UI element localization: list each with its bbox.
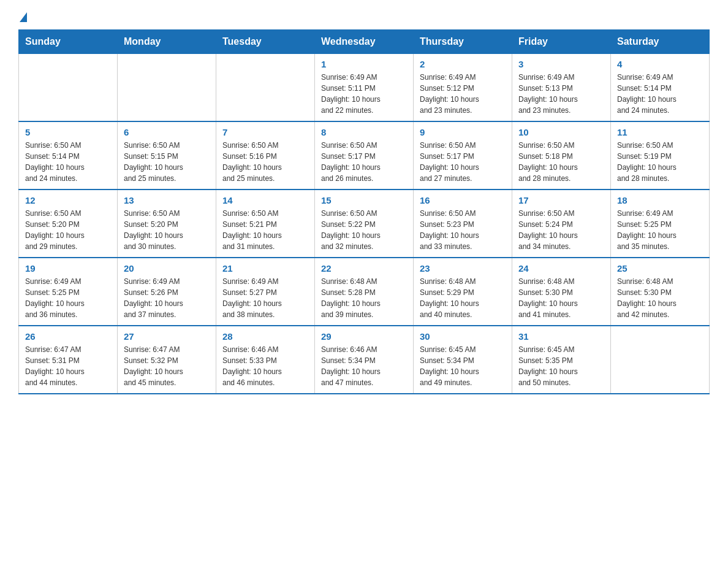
day-number: 3 — [518, 59, 604, 69]
calendar-cell: 5Sunrise: 6:50 AM Sunset: 5:14 PM Daylig… — [19, 121, 118, 190]
day-number: 11 — [617, 127, 703, 137]
calendar-week-row: 12Sunrise: 6:50 AM Sunset: 5:20 PM Dayli… — [19, 190, 710, 258]
day-info: Sunrise: 6:50 AM Sunset: 5:19 PM Dayligh… — [617, 140, 703, 184]
calendar-week-row: 5Sunrise: 6:50 AM Sunset: 5:14 PM Daylig… — [19, 121, 710, 190]
calendar-cell: 20Sunrise: 6:49 AM Sunset: 5:26 PM Dayli… — [118, 258, 216, 326]
day-info: Sunrise: 6:50 AM Sunset: 5:17 PM Dayligh… — [420, 140, 506, 184]
day-number: 24 — [518, 263, 604, 274]
calendar-cell: 22Sunrise: 6:48 AM Sunset: 5:28 PM Dayli… — [315, 258, 414, 326]
day-info: Sunrise: 6:50 AM Sunset: 5:22 PM Dayligh… — [321, 208, 407, 252]
day-info: Sunrise: 6:49 AM Sunset: 5:14 PM Dayligh… — [617, 72, 703, 116]
day-info: Sunrise: 6:49 AM Sunset: 5:25 PM Dayligh… — [25, 276, 111, 320]
column-header-tuesday: Tuesday — [216, 30, 315, 54]
calendar-cell: 16Sunrise: 6:50 AM Sunset: 5:23 PM Dayli… — [414, 190, 512, 258]
day-number: 4 — [617, 59, 703, 69]
day-info: Sunrise: 6:46 AM Sunset: 5:33 PM Dayligh… — [222, 344, 308, 388]
calendar-cell: 17Sunrise: 6:50 AM Sunset: 5:24 PM Dayli… — [512, 190, 611, 258]
calendar-cell: 21Sunrise: 6:49 AM Sunset: 5:27 PM Dayli… — [216, 258, 315, 326]
calendar-cell: 25Sunrise: 6:48 AM Sunset: 5:30 PM Dayli… — [611, 258, 710, 326]
column-header-wednesday: Wednesday — [315, 30, 414, 54]
calendar-cell: 15Sunrise: 6:50 AM Sunset: 5:22 PM Dayli… — [315, 190, 414, 258]
column-header-saturday: Saturday — [611, 30, 710, 54]
calendar-body: 1Sunrise: 6:49 AM Sunset: 5:11 PM Daylig… — [19, 54, 710, 394]
calendar-cell: 13Sunrise: 6:50 AM Sunset: 5:20 PM Dayli… — [118, 190, 216, 258]
day-number: 31 — [518, 331, 604, 342]
day-info: Sunrise: 6:50 AM Sunset: 5:16 PM Dayligh… — [222, 140, 308, 184]
day-number: 12 — [25, 195, 111, 205]
day-number: 21 — [222, 263, 308, 274]
day-info: Sunrise: 6:48 AM Sunset: 5:29 PM Dayligh… — [420, 276, 506, 320]
day-info: Sunrise: 6:50 AM Sunset: 5:18 PM Dayligh… — [518, 140, 604, 184]
calendar-cell: 2Sunrise: 6:49 AM Sunset: 5:12 PM Daylig… — [414, 54, 512, 122]
day-info: Sunrise: 6:48 AM Sunset: 5:28 PM Dayligh… — [321, 276, 407, 320]
day-number: 10 — [518, 127, 604, 137]
calendar-week-row: 1Sunrise: 6:49 AM Sunset: 5:11 PM Daylig… — [19, 54, 710, 122]
day-number: 19 — [25, 263, 111, 274]
day-info: Sunrise: 6:50 AM Sunset: 5:23 PM Dayligh… — [420, 208, 506, 252]
day-number: 13 — [124, 195, 210, 205]
day-info: Sunrise: 6:48 AM Sunset: 5:30 PM Dayligh… — [518, 276, 604, 320]
day-info: Sunrise: 6:47 AM Sunset: 5:32 PM Dayligh… — [124, 344, 210, 388]
calendar-cell: 29Sunrise: 6:46 AM Sunset: 5:34 PM Dayli… — [315, 326, 414, 394]
calendar-cell: 11Sunrise: 6:50 AM Sunset: 5:19 PM Dayli… — [611, 121, 710, 190]
day-info: Sunrise: 6:45 AM Sunset: 5:34 PM Dayligh… — [420, 344, 506, 388]
column-header-thursday: Thursday — [414, 30, 512, 54]
page-header — [18, 12, 710, 17]
day-info: Sunrise: 6:46 AM Sunset: 5:34 PM Dayligh… — [321, 344, 407, 388]
calendar-header-row: SundayMondayTuesdayWednesdayThursdayFrid… — [19, 30, 710, 54]
day-number: 15 — [321, 195, 407, 205]
calendar-cell: 8Sunrise: 6:50 AM Sunset: 5:17 PM Daylig… — [315, 121, 414, 190]
column-header-sunday: Sunday — [19, 30, 118, 54]
day-info: Sunrise: 6:49 AM Sunset: 5:25 PM Dayligh… — [617, 208, 703, 252]
calendar-cell: 10Sunrise: 6:50 AM Sunset: 5:18 PM Dayli… — [512, 121, 611, 190]
logo — [18, 12, 27, 17]
day-number: 2 — [420, 59, 506, 69]
day-info: Sunrise: 6:47 AM Sunset: 5:31 PM Dayligh… — [25, 344, 111, 388]
day-number: 8 — [321, 127, 407, 137]
day-number: 18 — [617, 195, 703, 205]
day-info: Sunrise: 6:50 AM Sunset: 5:15 PM Dayligh… — [124, 140, 210, 184]
day-number: 6 — [124, 127, 210, 137]
day-info: Sunrise: 6:48 AM Sunset: 5:30 PM Dayligh… — [617, 276, 703, 320]
calendar-cell: 1Sunrise: 6:49 AM Sunset: 5:11 PM Daylig… — [315, 54, 414, 122]
calendar-cell: 30Sunrise: 6:45 AM Sunset: 5:34 PM Dayli… — [414, 326, 512, 394]
day-number: 30 — [420, 331, 506, 342]
day-info: Sunrise: 6:50 AM Sunset: 5:20 PM Dayligh… — [124, 208, 210, 252]
day-info: Sunrise: 6:49 AM Sunset: 5:11 PM Dayligh… — [321, 72, 407, 116]
day-number: 14 — [222, 195, 308, 205]
day-info: Sunrise: 6:50 AM Sunset: 5:14 PM Dayligh… — [25, 140, 111, 184]
day-number: 26 — [25, 331, 111, 342]
calendar-cell: 4Sunrise: 6:49 AM Sunset: 5:14 PM Daylig… — [611, 54, 710, 122]
day-number: 25 — [617, 263, 703, 274]
calendar-cell — [19, 54, 118, 122]
day-info: Sunrise: 6:50 AM Sunset: 5:21 PM Dayligh… — [222, 208, 308, 252]
day-number: 28 — [222, 331, 308, 342]
calendar-cell: 12Sunrise: 6:50 AM Sunset: 5:20 PM Dayli… — [19, 190, 118, 258]
calendar-cell: 23Sunrise: 6:48 AM Sunset: 5:29 PM Dayli… — [414, 258, 512, 326]
column-header-monday: Monday — [118, 30, 216, 54]
day-number: 7 — [222, 127, 308, 137]
day-number: 20 — [124, 263, 210, 274]
calendar-cell: 7Sunrise: 6:50 AM Sunset: 5:16 PM Daylig… — [216, 121, 315, 190]
day-info: Sunrise: 6:50 AM Sunset: 5:20 PM Dayligh… — [25, 208, 111, 252]
calendar-cell: 14Sunrise: 6:50 AM Sunset: 5:21 PM Dayli… — [216, 190, 315, 258]
day-number: 27 — [124, 331, 210, 342]
calendar-cell: 31Sunrise: 6:45 AM Sunset: 5:35 PM Dayli… — [512, 326, 611, 394]
day-info: Sunrise: 6:50 AM Sunset: 5:17 PM Dayligh… — [321, 140, 407, 184]
day-number: 29 — [321, 331, 407, 342]
calendar-cell — [216, 54, 315, 122]
calendar-cell: 9Sunrise: 6:50 AM Sunset: 5:17 PM Daylig… — [414, 121, 512, 190]
day-info: Sunrise: 6:49 AM Sunset: 5:13 PM Dayligh… — [518, 72, 604, 116]
day-info: Sunrise: 6:49 AM Sunset: 5:12 PM Dayligh… — [420, 72, 506, 116]
calendar-table: SundayMondayTuesdayWednesdayThursdayFrid… — [18, 29, 710, 394]
day-number: 23 — [420, 263, 506, 274]
calendar-cell: 6Sunrise: 6:50 AM Sunset: 5:15 PM Daylig… — [118, 121, 216, 190]
calendar-cell: 19Sunrise: 6:49 AM Sunset: 5:25 PM Dayli… — [19, 258, 118, 326]
day-number: 5 — [25, 127, 111, 137]
column-header-friday: Friday — [512, 30, 611, 54]
day-number: 22 — [321, 263, 407, 274]
calendar-cell: 28Sunrise: 6:46 AM Sunset: 5:33 PM Dayli… — [216, 326, 315, 394]
calendar-cell: 24Sunrise: 6:48 AM Sunset: 5:30 PM Dayli… — [512, 258, 611, 326]
day-number: 9 — [420, 127, 506, 137]
calendar-week-row: 19Sunrise: 6:49 AM Sunset: 5:25 PM Dayli… — [19, 258, 710, 326]
